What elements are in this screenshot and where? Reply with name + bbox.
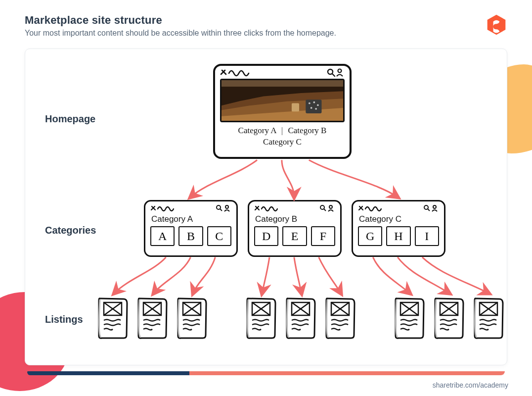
- home-cat-b: Category B: [288, 126, 326, 135]
- category-title: Category B: [249, 213, 340, 226]
- homepage-mock: Category A | Category B Category C: [213, 64, 352, 159]
- squiggle-icon: [150, 204, 185, 212]
- svg-rect-8: [292, 103, 299, 112]
- svg-line-2: [332, 74, 335, 76]
- svg-point-11: [313, 101, 315, 103]
- listing-thumb: B: [178, 226, 203, 246]
- diagram-card: Homepage Categories Listings: [25, 49, 507, 365]
- listing-doc-icon: [324, 297, 357, 340]
- listing-doc-icon: [176, 297, 209, 340]
- listing-group-a: [97, 297, 209, 340]
- squiggle-icon: [220, 68, 260, 77]
- svg-point-18: [225, 205, 228, 208]
- listing-group-b: [245, 297, 357, 340]
- listing-thumb: F: [311, 226, 335, 246]
- svg-point-22: [424, 205, 428, 209]
- homepage-hero-image: [220, 79, 345, 122]
- page-title: Marketplace site structure: [25, 14, 336, 27]
- svg-point-14: [315, 108, 317, 110]
- home-cat-c: Category C: [263, 137, 302, 147]
- page-header: Marketplace site structure Your most imp…: [0, 0, 532, 43]
- squiggle-icon: [358, 204, 393, 212]
- footer-link: sharetribe.com/academy: [433, 381, 508, 389]
- svg-point-21: [329, 205, 332, 208]
- listing-doc-icon: [136, 297, 169, 340]
- listing-doc-icon: [97, 297, 130, 340]
- listing-thumb: G: [358, 226, 382, 246]
- brand-logo-icon: [486, 14, 507, 36]
- footer-stripe: [27, 371, 505, 375]
- svg-point-24: [433, 205, 436, 208]
- category-title: Category A: [145, 213, 236, 226]
- search-user-icon: [423, 204, 439, 212]
- listing-thumb: E: [282, 226, 307, 246]
- svg-line-20: [324, 209, 326, 211]
- svg-point-3: [338, 69, 342, 73]
- svg-point-13: [310, 107, 312, 109]
- listing-doc-icon: [245, 297, 278, 340]
- listing-thumb: C: [207, 226, 231, 246]
- svg-line-17: [220, 209, 222, 211]
- svg-point-19: [320, 205, 324, 209]
- listing-thumb: A: [150, 226, 175, 246]
- svg-point-12: [317, 104, 319, 106]
- svg-point-10: [309, 102, 310, 104]
- search-user-icon: [216, 204, 231, 212]
- listing-doc-icon: [473, 297, 505, 340]
- squiggle-icon: [254, 204, 289, 212]
- svg-line-23: [428, 209, 430, 211]
- listing-doc-icon: [394, 297, 426, 340]
- svg-point-16: [217, 205, 221, 209]
- category-title: Category C: [353, 213, 444, 226]
- listing-thumb: I: [415, 226, 439, 246]
- page-subtitle: Your most important content should be ac…: [25, 29, 336, 38]
- listing-group-c: [394, 297, 505, 340]
- homepage-category-links: Category A | Category B Category C: [215, 125, 350, 152]
- search-user-icon: [327, 68, 345, 77]
- listing-doc-icon: [433, 297, 466, 340]
- home-cat-a: Category A: [238, 126, 276, 135]
- svg-rect-15: [222, 80, 343, 87]
- listing-thumb: H: [386, 226, 410, 246]
- category-page-b: Category B D E F: [248, 200, 342, 257]
- category-page-c: Category C G H I: [352, 200, 445, 257]
- listing-doc-icon: [285, 297, 317, 340]
- search-user-icon: [319, 204, 335, 212]
- listing-thumb: D: [254, 226, 278, 246]
- category-page-a: Category A A B C: [144, 200, 238, 257]
